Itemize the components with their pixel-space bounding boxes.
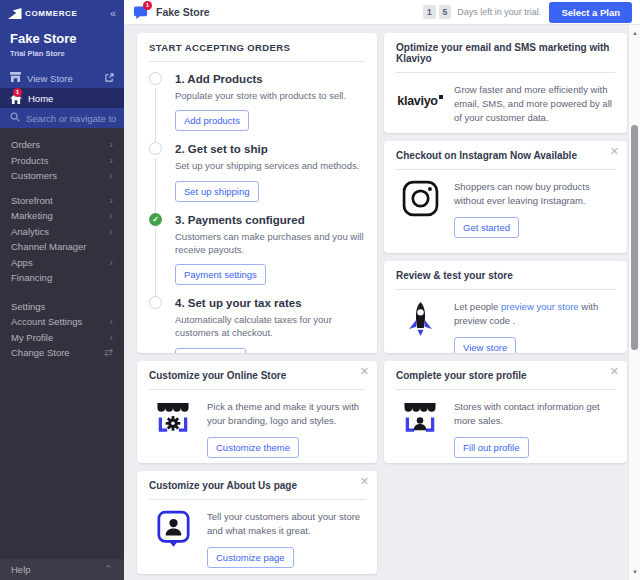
onboarding-step-add-products: 1. Add Products Populate your store with… xyxy=(149,72,365,142)
sidebar-item-products[interactable]: Products› xyxy=(0,153,124,169)
top-header: 1 Fake Store 1 5 Days left in your trial… xyxy=(124,0,640,25)
preview-your-store-link[interactable]: preview your store xyxy=(501,301,579,312)
sidebar-search[interactable] xyxy=(0,108,124,128)
fill-out-profile-button[interactable]: Fill out profile xyxy=(454,437,529,458)
sidebar-item-view-store[interactable]: View Store xyxy=(0,68,124,88)
step-circle-icon xyxy=(149,142,162,155)
vertical-scrollbar[interactable]: ▲ ▼ xyxy=(628,25,640,580)
step-rail xyxy=(149,296,175,353)
onboarding-step-shipping: 2. Get set to ship Set up your shipping … xyxy=(149,142,365,212)
review-body: Let people preview your store with previ… xyxy=(454,300,615,328)
divider xyxy=(396,72,615,73)
chevron-right-icon: › xyxy=(109,139,113,150)
step-rail: ✓ xyxy=(149,213,175,286)
page-title: Fake Store xyxy=(156,6,423,18)
sidebar-item-apps[interactable]: Apps› xyxy=(0,255,124,271)
trial-countdown-text: Days left in your trial. xyxy=(457,7,541,17)
chevron-up-icon: ⌃ xyxy=(104,564,113,575)
sidebar-item-settings[interactable]: Settings xyxy=(0,299,124,315)
home-icon: 1 xyxy=(10,93,22,104)
card-review-store: Review & test your store Let people prev… xyxy=(384,261,627,353)
chevron-right-icon: › xyxy=(109,226,113,237)
chevron-right-icon: › xyxy=(109,210,113,221)
card-customize-online-store: ✕ Customize your Online Store Pick a the… xyxy=(137,361,377,463)
sidebar-item-customers[interactable]: Customers› xyxy=(0,168,124,184)
close-icon[interactable]: ✕ xyxy=(360,476,369,487)
customize-page-button[interactable]: Customize page xyxy=(207,547,294,568)
right-column: Optimize your email and SMS marketing wi… xyxy=(384,33,627,580)
close-icon[interactable]: ✕ xyxy=(360,366,369,377)
sidebar-menu: Orders› Products› Customers› Storefront›… xyxy=(0,128,124,361)
set-up-shipping-button[interactable]: Set up shipping xyxy=(175,181,259,202)
sidebar-item-home[interactable]: 1 Home xyxy=(0,88,124,108)
divider xyxy=(149,499,365,500)
step-circle-icon xyxy=(149,296,162,309)
notifications-button[interactable]: 1 xyxy=(133,5,148,20)
view-store-label: View Store xyxy=(27,73,99,84)
card-customize-about-page: ✕ Customize your About Us page Tell your… xyxy=(137,471,377,574)
card-klaviyo: Optimize your email and SMS marketing wi… xyxy=(384,33,627,133)
search-icon xyxy=(10,112,20,124)
rocket-icon xyxy=(396,300,444,336)
chevron-right-icon: › xyxy=(109,257,113,268)
left-column: START ACCEPTING ORDERS 1. Add Products P… xyxy=(137,33,377,580)
sidebar-item-my-profile[interactable]: My Profile› xyxy=(0,330,124,346)
external-link-icon xyxy=(105,73,114,84)
divider xyxy=(396,389,615,390)
notification-badge: 1 xyxy=(143,1,152,10)
sidebar-item-help[interactable]: Help ⌃ xyxy=(0,559,124,580)
sidebar-item-orders[interactable]: Orders› xyxy=(0,137,124,153)
divider xyxy=(149,389,365,390)
klaviyo-logo: klaviyo xyxy=(396,83,444,119)
close-icon[interactable]: ✕ xyxy=(610,146,619,157)
select-plan-button[interactable]: Select a Plan xyxy=(549,2,632,23)
close-icon[interactable]: ✕ xyxy=(610,366,619,377)
chevron-right-icon: › xyxy=(109,195,113,206)
onboarding-step-payments: ✓ 3. Payments configured Customers can m… xyxy=(149,213,365,297)
logo-row: COMMERCE « xyxy=(0,5,124,25)
get-started-button[interactable]: Get started xyxy=(454,217,519,238)
step-circle-icon xyxy=(149,72,162,85)
storefront-icon xyxy=(10,72,21,84)
sidebar-item-analytics[interactable]: Analytics› xyxy=(0,224,124,240)
scroll-up-arrow-icon[interactable]: ▲ xyxy=(629,27,640,39)
payment-settings-button[interactable]: Payment settings xyxy=(175,264,266,285)
sidebar-item-marketing[interactable]: Marketing› xyxy=(0,208,124,224)
onboarding-title: START ACCEPTING ORDERS xyxy=(149,42,365,53)
view-store-button[interactable]: View store xyxy=(454,337,516,353)
divider xyxy=(396,169,615,170)
store-block: Fake Store Trial Plan Store xyxy=(0,25,124,68)
klaviyo-flag-icon xyxy=(439,95,443,99)
card-start-accepting-orders: START ACCEPTING ORDERS 1. Add Products P… xyxy=(137,33,377,353)
chevron-right-icon: › xyxy=(109,332,113,343)
card-store-profile: ✕ Complete your store profile Stores wit… xyxy=(384,361,627,463)
card-instagram: ✕ Checkout on Instagram Now Available Sh… xyxy=(384,141,627,253)
home-label: Home xyxy=(28,93,114,104)
trial-days-digit: 5 xyxy=(439,5,452,19)
set-up-taxes-button[interactable]: Set up taxes xyxy=(175,348,246,353)
trial-days-digit: 1 xyxy=(423,5,436,19)
divider xyxy=(149,61,365,62)
storefront-theme-icon xyxy=(149,400,197,436)
home-notification-badge: 1 xyxy=(13,88,22,97)
search-input[interactable] xyxy=(26,113,116,124)
help-label: Help xyxy=(11,564,104,575)
sidebar-item-account-settings[interactable]: Account Settings› xyxy=(0,314,124,330)
about-us-person-icon xyxy=(149,510,197,547)
chevron-right-icon: › xyxy=(109,316,113,327)
sidebar: COMMERCE « Fake Store Trial Plan Store V… xyxy=(0,0,124,580)
bigcommerce-logo-icon xyxy=(8,8,22,19)
bigcommerce-logo-text: COMMERCE xyxy=(25,9,110,18)
sidebar-item-storefront[interactable]: Storefront› xyxy=(0,193,124,209)
main-content: START ACCEPTING ORDERS 1. Add Products P… xyxy=(124,25,628,580)
customize-theme-button[interactable]: Customize theme xyxy=(207,437,299,458)
onboarding-step-taxes: 4. Set up your tax rates Automatically c… xyxy=(149,296,365,353)
sidebar-item-channel-manager[interactable]: Channel Manager xyxy=(0,239,124,255)
scrollbar-thumb[interactable] xyxy=(631,125,638,350)
chevron-right-icon: › xyxy=(109,155,113,166)
collapse-sidebar-icon[interactable]: « xyxy=(110,7,116,19)
add-products-button[interactable]: Add products xyxy=(175,110,249,131)
sidebar-item-financing[interactable]: Financing xyxy=(0,270,124,286)
scroll-down-arrow-icon[interactable]: ▼ xyxy=(629,566,640,578)
sidebar-item-change-store[interactable]: Change Store⇄ xyxy=(0,345,124,361)
